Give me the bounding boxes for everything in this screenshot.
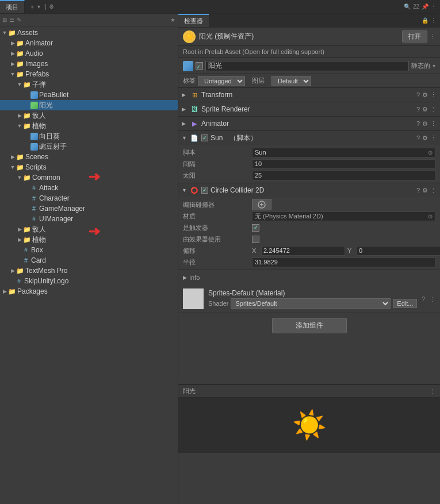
gameobj-name-input[interactable] [205,61,409,71]
prefab-more[interactable]: ⋮ [430,33,435,40]
animator-header[interactable]: ▶ ▶ Animator ? ⚙ ⋮ [178,117,440,130]
help-icon[interactable]: ? [416,134,420,141]
arrow-icon: ▶ [9,60,16,67]
material-link-icon[interactable]: ⊙ [428,213,433,220]
info-expand-arrow: ▶ [183,275,187,280]
toolbar-icon4[interactable]: ★ [170,17,175,23]
material-settings[interactable]: ⋮ [430,296,435,302]
item-label: Audio [25,49,43,57]
more-icon[interactable]: ⋮ [430,187,437,194]
toolbar-icon1[interactable]: ⊞ [2,17,7,23]
plus-btn[interactable]: ＋ [29,3,35,11]
shader-dropdown[interactable]: Sprites/Default [231,298,391,309]
tree-item-packages[interactable]: ▶ 📁 Packages [0,286,178,297]
tree-item-yangguang[interactable]: 阳光 [0,100,178,110]
add-component-button[interactable]: 添加组件 [272,318,347,333]
active-checkbox[interactable]: ✓ [196,62,203,70]
help-icon[interactable]: ? [416,91,420,98]
tree-item-assets[interactable]: ▼ 📁 Assets [0,28,178,38]
item-label: Character [39,194,70,202]
tab-project[interactable]: 项目 [0,0,25,13]
tree-item-attack[interactable]: # Attack [0,183,178,193]
tree-item-zhiwu1[interactable]: ▼ 📁 植物 [0,121,178,131]
static-dropdown[interactable]: ▾ [433,63,435,69]
sprite-renderer-header[interactable]: ▶ 🖼 Sprite Renderer ? ⚙ ⋮ [178,102,440,116]
radius-input[interactable] [252,257,435,267]
edit-material-btn[interactable]: Edit... [393,299,417,308]
help-icon[interactable]: ? [416,106,420,113]
settings-icon[interactable]: ⚙ [422,106,428,113]
tree-item-scripts[interactable]: ▼ 📁 Scripts [0,162,178,172]
window-pin[interactable]: 📌 [422,3,428,10]
tree-item-diren2[interactable]: ▶ 📁 敌人 [0,224,178,234]
more-icon[interactable]: ⋮ [430,91,437,99]
settings-icon[interactable]: ⚙ [422,120,428,128]
help-icon[interactable]: ? [416,120,420,127]
settings-icon[interactable]: ⚙ [422,134,428,142]
settings-icon[interactable]: ⚙ [422,91,428,99]
dropdown-btn[interactable]: ▾ [37,3,40,10]
trigger-checkbox[interactable]: ✓ [252,224,259,232]
tree-item-zidan[interactable]: ▼ 📁 子弹 [0,79,178,90]
cs-icon: # [30,215,38,223]
settings-icon[interactable]: ⚙ [422,187,428,194]
open-button[interactable]: 打开 [402,30,427,43]
sun-script-body: 脚本 Sun ⊙ 间隔 太阳 [178,145,440,183]
more-icon[interactable]: ⋮ [430,106,437,113]
tree-item-common[interactable]: ▼ 📁 Common [0,172,178,183]
tree-item-peabullet[interactable]: PeaBullet [0,90,178,100]
tag-dropdown[interactable]: Untagged [198,76,245,86]
comp-checkbox[interactable]: ✓ [201,134,208,141]
expand-arrow: ▶ [182,121,188,126]
preview-header: 阳光 ⋮ [178,385,440,398]
arrow-icon: ▼ [9,164,16,171]
inspector-lock[interactable]: 🔒 [422,17,428,24]
more-icon[interactable]: ⋮ [430,120,437,128]
cs-icon: # [30,205,38,213]
jiange-input[interactable] [252,159,435,169]
script-link-icon[interactable]: ⊙ [428,149,433,156]
tree-item-box[interactable]: # Box [0,245,178,255]
tree-item-textmesh[interactable]: ▶ 📁 TextMesh Pro [0,266,178,276]
offset-y-input[interactable] [357,246,440,256]
tree-item-card[interactable]: # Card [0,255,178,266]
sun-script-header[interactable]: ▼ 📄 ✓ Sun （脚本） ? ⚙ ⋮ [178,131,440,145]
transform-header[interactable]: ▶ ⊞ Transform ? ⚙ ⋮ [178,88,440,102]
tree-item-animator[interactable]: ▶ 📁 Animator [0,38,178,48]
search-icon[interactable]: 🔍 [404,3,411,10]
window-more[interactable]: ⋮ [431,3,437,10]
tree-item-audio[interactable]: ▶ 📁 Audio [0,48,178,59]
toolbar-icon3[interactable]: ✎ [17,17,21,23]
toolbar-icon2[interactable]: ☰ [9,17,14,23]
tab-inspector[interactable]: 检查器 [178,14,209,27]
help-icon[interactable]: ? [416,187,420,194]
layer-dropdown[interactable]: Default [271,76,311,86]
tree-item-gamemanager[interactable]: # GameManager [0,203,178,214]
tree-item-uimanager[interactable]: # UIManager [0,214,178,224]
circle-collider-header[interactable]: ▼ ⭕ ✓ Circle Collider 2D ? ⚙ ⋮ [178,183,440,197]
arrow-icon: ▶ [9,267,16,274]
comp-checkbox[interactable]: ✓ [201,187,208,194]
tree-item-skipunity[interactable]: # SkipUnityLogo [0,276,178,286]
tree-item-images[interactable]: ▶ 📁 Images [0,59,178,69]
edit-collider-btn[interactable] [252,199,271,210]
tree-item-character[interactable]: # Character [0,193,178,203]
tree-item-xiangrikui[interactable]: 向日葵 [0,131,178,141]
arrow-icon [24,143,30,150]
preview-more[interactable]: ⋮ [430,388,435,394]
offset-x-input[interactable] [261,246,345,256]
tree-item-zhiwu2[interactable]: ▶ 📁 植物 [0,234,178,245]
shader-label: Shader [208,300,228,307]
tree-item-prefabs[interactable]: ▼ 📁 Prefabs [0,69,178,79]
more-icon[interactable]: ⋮ [430,134,437,142]
effector-checkbox[interactable] [252,236,259,243]
tree-item-wandousheshou[interactable]: 豌豆射手 [0,141,178,152]
tree-item-diren1[interactable]: ▶ 📁 敌人 [0,110,178,121]
material-more[interactable]: ? [422,296,425,302]
script-component-icon: 📄 [190,133,199,143]
taiyang-input[interactable] [252,171,435,180]
folder-icon: 📁 [16,70,24,78]
prop-row-trigger: 是触发器 ✓ [178,222,440,233]
tree-item-scenes[interactable]: ▶ 📁 Scenes [0,152,178,162]
inspector-more[interactable]: ⋮ [431,17,437,24]
